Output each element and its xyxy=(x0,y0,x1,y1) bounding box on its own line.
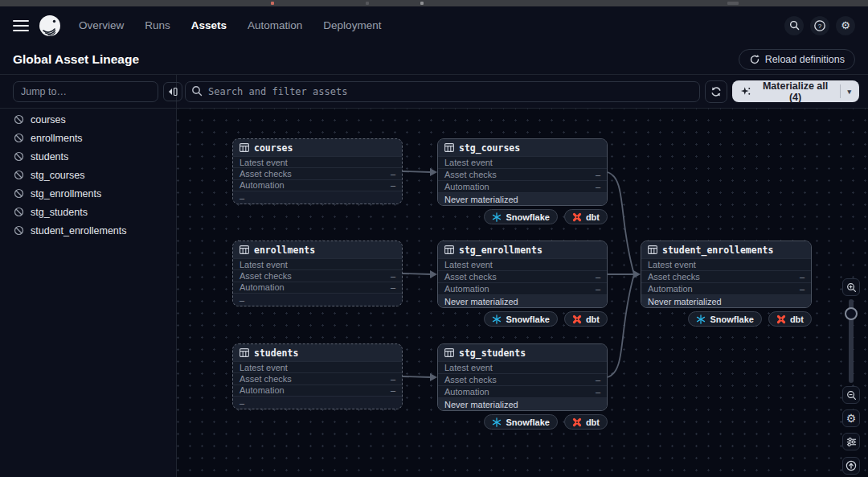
asset-node-header: stg_enrollments xyxy=(438,241,607,258)
asset-node-tags: Snowflakedbt xyxy=(641,311,812,327)
tag-snowflake[interactable]: Snowflake xyxy=(484,209,557,224)
svg-text:?: ? xyxy=(818,23,822,30)
hamburger-menu-icon[interactable] xyxy=(13,20,29,31)
asset-node-student_enrollements[interactable]: student_enrollements Latest eventAsset c… xyxy=(641,241,812,308)
jump-to-input[interactable] xyxy=(13,81,158,102)
tag-snowflake[interactable]: Snowflake xyxy=(484,414,557,430)
page-title: Global Asset Lineage xyxy=(13,52,139,67)
nav-link-overview[interactable]: Overview xyxy=(79,19,124,31)
sidebar-asset-label: courses xyxy=(31,114,66,125)
search-filter-icon xyxy=(191,85,203,97)
asset-node-title: stg_enrollments xyxy=(459,245,542,256)
edge-enrollments-to-stg_enrollments xyxy=(403,273,431,274)
edge-students-to-stg_students xyxy=(403,376,431,377)
node-row: Latest event xyxy=(641,258,811,270)
dbt-icon xyxy=(572,315,582,324)
gear-icon: ⚙ xyxy=(841,19,850,31)
refresh-button[interactable] xyxy=(705,80,727,103)
node-row: Asset checks– xyxy=(641,270,811,282)
no-materializations-icon xyxy=(14,207,24,217)
nav-links: OverviewRunsAssetsAutomationDeployment xyxy=(79,19,381,31)
graph-filter-button[interactable] xyxy=(842,433,860,450)
reload-definitions-button[interactable]: Reload definitions xyxy=(739,49,855,70)
node-row: Automation– xyxy=(438,180,607,192)
snowflake-icon xyxy=(492,315,502,324)
snowflake-icon xyxy=(492,212,502,222)
sidebar-item-stg_courses[interactable]: stg_courses xyxy=(0,166,176,184)
lineage-graph[interactable]: courses Latest eventAsset checks–Automat… xyxy=(177,109,868,477)
asset-node-enrollments[interactable]: enrollments Latest eventAsset checks–Aut… xyxy=(232,241,403,306)
filter-sliders-icon xyxy=(846,437,857,447)
node-row: Asset checks– xyxy=(438,168,607,180)
asset-node-status: – xyxy=(233,191,402,204)
asset-node-stg_students[interactable]: stg_students Latest eventAsset checks–Au… xyxy=(437,343,608,411)
asset-node-courses[interactable]: courses Latest eventAsset checks–Automat… xyxy=(232,138,403,204)
asset-node-stg_enrollments[interactable]: stg_enrollments Latest eventAsset checks… xyxy=(437,241,608,308)
page-header: Global Asset Lineage Reload definitions xyxy=(0,44,868,75)
help-button[interactable]: ? xyxy=(810,16,829,35)
nav-link-assets[interactable]: Assets xyxy=(191,19,227,31)
node-row: Latest event xyxy=(438,361,607,373)
node-row: Asset checks– xyxy=(438,270,607,282)
toolbar-main: Materialize all (4) ▾ xyxy=(177,75,868,108)
tag-dbt[interactable]: dbt xyxy=(564,414,608,430)
table-icon xyxy=(240,245,249,254)
nav-link-automation[interactable]: Automation xyxy=(248,19,302,31)
nav-link-deployment[interactable]: Deployment xyxy=(323,19,381,31)
zoom-out-button[interactable] xyxy=(842,386,860,404)
asset-node-tags: Snowflakedbt xyxy=(437,311,608,327)
tag-snowflake[interactable]: Snowflake xyxy=(688,311,761,327)
graph-settings-button[interactable]: ⚙ xyxy=(842,409,860,427)
tag-dbt[interactable]: dbt xyxy=(564,311,608,327)
recenter-button[interactable] xyxy=(842,457,860,475)
node-row: Automation– xyxy=(438,385,607,397)
tag-dbt[interactable]: dbt xyxy=(564,209,608,224)
gear-icon: ⚙ xyxy=(846,412,857,425)
edge-courses-to-stg_courses xyxy=(403,171,431,172)
sidebar-item-stg_enrollments[interactable]: stg_enrollments xyxy=(0,184,176,203)
no-materializations-icon xyxy=(14,170,24,180)
node-row: Asset checks– xyxy=(233,372,402,384)
sidebar-item-stg_students[interactable]: stg_students xyxy=(0,203,176,221)
no-materializations-icon xyxy=(14,114,24,125)
tag-dbt[interactable]: dbt xyxy=(768,311,812,327)
asset-node-title: enrollments xyxy=(254,245,315,256)
table-icon xyxy=(444,245,454,254)
node-row: Automation– xyxy=(233,282,402,293)
asset-node-students[interactable]: students Latest eventAsset checks–Automa… xyxy=(232,343,403,409)
tag-snowflake[interactable]: Snowflake xyxy=(484,311,557,327)
graph-controls: ⚙ xyxy=(842,278,860,475)
node-row: Latest event xyxy=(438,258,607,270)
zoom-in-button[interactable] xyxy=(842,278,860,296)
asset-search-input[interactable] xyxy=(185,81,700,102)
search-icon xyxy=(789,20,800,31)
snowflake-icon xyxy=(696,315,706,324)
node-row: Automation– xyxy=(438,282,607,294)
nav-actions: ? ⚙ xyxy=(784,16,855,35)
sidebar-item-courses[interactable]: courses xyxy=(0,110,176,129)
edge-stg_students-to-student_enrollements xyxy=(608,274,634,377)
asset-node-status: – xyxy=(233,293,402,306)
asset-node-title: students xyxy=(254,347,298,359)
sidebar-asset-label: stg_courses xyxy=(31,170,84,181)
search-button[interactable] xyxy=(784,16,804,35)
sidebar-item-student_enrollements[interactable]: student_enrollements xyxy=(0,221,176,240)
sidebar-item-students[interactable]: students xyxy=(0,147,176,166)
sidebar-item-enrollments[interactable]: enrollments xyxy=(0,129,176,147)
nav-link-runs[interactable]: Runs xyxy=(145,19,170,31)
settings-button[interactable]: ⚙ xyxy=(836,16,855,35)
zoom-slider-knob[interactable] xyxy=(845,307,858,320)
no-materializations-icon xyxy=(14,151,24,162)
asset-node-status: Never materialized xyxy=(438,192,607,205)
edge-arrowhead xyxy=(633,270,641,278)
zoom-slider[interactable] xyxy=(842,299,860,383)
table-icon xyxy=(648,245,657,254)
reload-icon xyxy=(749,54,760,65)
asset-node-status: Never materialized xyxy=(641,294,811,307)
browser-chrome-strip xyxy=(0,0,868,6)
table-icon xyxy=(444,348,454,357)
asset-node-stg_courses[interactable]: stg_courses Latest eventAsset checks–Aut… xyxy=(437,138,608,206)
materialize-all-button[interactable]: Materialize all (4) ▾ xyxy=(732,80,859,102)
button-divider xyxy=(840,84,841,98)
chevron-down-icon[interactable]: ▾ xyxy=(845,88,856,96)
